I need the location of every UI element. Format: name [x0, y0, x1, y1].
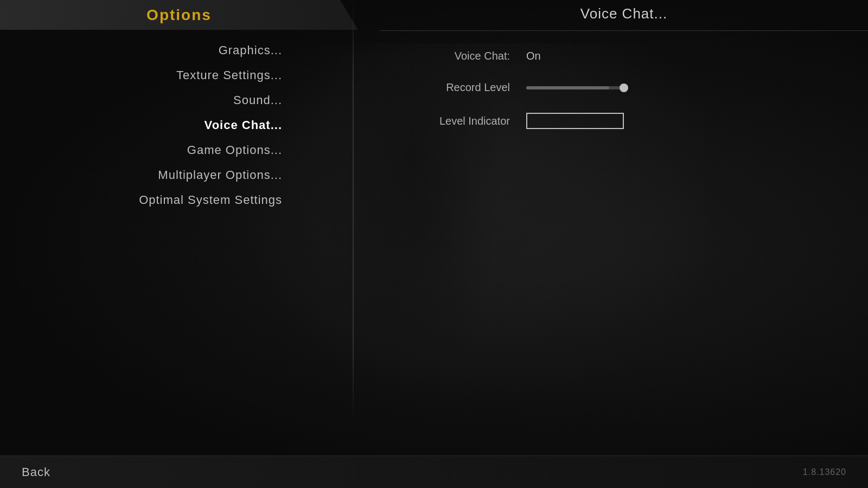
sidebar-item-sound[interactable]: Sound... [0, 88, 315, 113]
right-panel: Voice Chat... Voice Chat: On Record Leve… [353, 0, 868, 423]
panel-title: Voice Chat... [580, 5, 667, 22]
sidebar-item-voice-chat[interactable]: Voice Chat... [0, 113, 315, 138]
sidebar-item-graphics[interactable]: Graphics... [0, 38, 315, 63]
level-indicator-box [526, 113, 624, 129]
level-indicator-setting-row: Level Indicator [380, 105, 868, 137]
sidebar-nav: Graphics... Texture Settings... Sound...… [0, 33, 315, 213]
back-button[interactable]: Back [22, 465, 50, 479]
page-title: Options [146, 7, 212, 24]
voice-chat-label: Voice Chat: [391, 50, 510, 62]
record-level-slider[interactable] [526, 86, 624, 89]
version-label: 1.8.13620 [803, 467, 846, 477]
slider-thumb [620, 84, 628, 92]
sidebar-item-optimal-system-settings[interactable]: Optimal System Settings [0, 188, 315, 213]
header-bar: Options [0, 0, 358, 30]
level-indicator-label: Level Indicator [391, 115, 510, 127]
sidebar-item-game-options[interactable]: Game Options... [0, 138, 315, 163]
record-level-setting-row: Record Level [380, 73, 868, 102]
voice-chat-value[interactable]: On [526, 50, 541, 62]
bottom-bar: Back 1.8.13620 [0, 455, 868, 488]
record-level-label: Record Level [391, 81, 510, 94]
voice-chat-setting-row: Voice Chat: On [380, 42, 868, 70]
sidebar-item-multiplayer-options[interactable]: Multiplayer Options... [0, 163, 315, 188]
slider-fill [526, 86, 609, 89]
sidebar-item-texture-settings[interactable]: Texture Settings... [0, 63, 315, 88]
settings-container: Voice Chat: On Record Level Level Indica… [380, 31, 868, 137]
panel-header: Voice Chat... [380, 0, 868, 31]
